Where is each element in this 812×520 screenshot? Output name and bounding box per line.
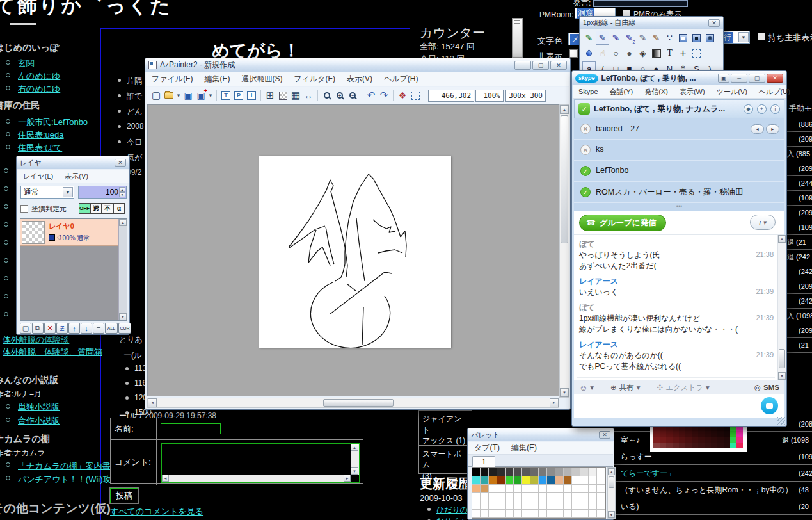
color-swatch[interactable] xyxy=(497,510,506,518)
color-swatch[interactable] xyxy=(673,431,679,437)
color-swatch[interactable] xyxy=(506,493,514,501)
color-swatch[interactable] xyxy=(673,443,679,448)
color-swatch[interactable] xyxy=(481,510,489,518)
color-swatch[interactable] xyxy=(660,437,666,443)
color-swatch[interactable] xyxy=(547,493,555,501)
select-icon[interactable] xyxy=(690,46,703,60)
spray-icon[interactable]: ∵ xyxy=(663,31,676,45)
menu-item[interactable]: 編集(E) xyxy=(506,442,543,454)
color-swatch[interactable] xyxy=(711,443,717,448)
menu-item[interactable]: フィルタ(F) xyxy=(288,73,340,85)
menu-item[interactable]: 選択範囲(S) xyxy=(235,73,288,85)
color-swatch[interactable] xyxy=(497,485,506,493)
color-swatch[interactable] xyxy=(724,437,730,443)
palette-tab[interactable]: 1 xyxy=(472,456,495,467)
info-icon[interactable]: i xyxy=(770,104,780,114)
blend-mode-select[interactable]: 通常 xyxy=(20,186,74,199)
color-swatch[interactable] xyxy=(653,443,660,448)
sidebar-link[interactable]: 体外離脱 体験談、質問箱 xyxy=(3,346,109,359)
color-swatch[interactable] xyxy=(539,493,547,501)
scroll-left-icon[interactable] xyxy=(148,398,157,407)
arrow-icon[interactable]: ▾ xyxy=(175,89,182,102)
sq-soft-icon[interactable] xyxy=(703,31,717,45)
color-swatch[interactable] xyxy=(506,510,514,518)
sidebar-link[interactable]: 体外離脱の体験談 xyxy=(3,334,69,346)
drawing-canvas[interactable] xyxy=(259,156,451,348)
color-swatch[interactable] xyxy=(481,501,489,510)
color-swatch[interactable] xyxy=(597,476,605,485)
compact-view-icon[interactable] xyxy=(718,74,729,83)
color-swatch[interactable] xyxy=(597,510,605,518)
tool-window-titlebar[interactable]: 1px細線 - 自由線 xyxy=(580,17,723,29)
color-swatch[interactable] xyxy=(489,476,497,485)
color-swatch[interactable] xyxy=(481,485,489,493)
color-swatch[interactable] xyxy=(514,476,522,485)
color-swatch[interactable] xyxy=(692,443,698,448)
color-swatch[interactable] xyxy=(589,501,597,510)
paint-icon[interactable]: ❖ xyxy=(396,89,409,102)
text-icon[interactable]: T xyxy=(663,46,676,60)
color-swatch[interactable] xyxy=(564,476,572,485)
close-icon[interactable] xyxy=(599,431,610,439)
color-swatch[interactable] xyxy=(564,485,572,493)
color-swatch[interactable] xyxy=(564,493,572,501)
color-swatch[interactable] xyxy=(580,493,589,501)
comment-textarea[interactable] xyxy=(161,443,360,483)
color-swatch[interactable] xyxy=(489,501,497,510)
color-swatch[interactable] xyxy=(481,476,489,485)
movebox-icon[interactable]: ⊞ xyxy=(264,89,276,102)
layer-merge-button[interactable]: Ƶ xyxy=(56,323,68,334)
palette-scroll-thumb[interactable] xyxy=(609,476,614,488)
color-swatch[interactable] xyxy=(666,437,673,443)
menu-item[interactable]: Skype xyxy=(573,87,604,96)
scroll-up-icon[interactable] xyxy=(778,235,786,243)
new-icon[interactable]: ▢ xyxy=(150,89,163,102)
sidebar-link[interactable]: 合作小説版 xyxy=(18,415,60,427)
circle-dark-icon[interactable]: ● xyxy=(623,46,636,60)
color-swatch[interactable] xyxy=(653,431,660,437)
fill-judge-checkbox[interactable] xyxy=(20,205,28,213)
color-swatch[interactable] xyxy=(597,485,605,493)
layer-up-button[interactable]: ↑ xyxy=(68,323,80,334)
color-swatch[interactable] xyxy=(679,443,685,448)
layer-titlebar[interactable]: レイヤ xyxy=(17,156,129,169)
opacity-field[interactable]: 100 xyxy=(78,186,127,199)
sidebar-link[interactable]: 左のめにゆ xyxy=(18,70,60,82)
color-swatch[interactable] xyxy=(472,476,481,485)
color-swatch[interactable] xyxy=(472,485,481,493)
color-swatch[interactable] xyxy=(472,468,481,476)
vscroll-thumb[interactable] xyxy=(561,115,568,243)
mag-icon[interactable] xyxy=(321,89,333,102)
color-swatch[interactable] xyxy=(580,510,589,518)
color-swatch[interactable] xyxy=(589,476,597,485)
contact-row[interactable]: ✓ROMスカ・バーロー・売る・羅・秘油田 xyxy=(574,182,784,203)
color-swatch[interactable] xyxy=(497,501,506,510)
opacity-stepper[interactable] xyxy=(119,187,125,197)
color-swatch[interactable] xyxy=(679,437,685,443)
layer-down-button[interactable]: ↓ xyxy=(81,323,92,334)
color-swatch[interactable] xyxy=(481,493,489,501)
color-swatch[interactable] xyxy=(530,493,539,501)
color-swatch[interactable] xyxy=(666,443,673,448)
color-swatch[interactable] xyxy=(530,476,539,485)
sidebar-link[interactable]: 一般市民:LefTonbo xyxy=(18,117,88,128)
layer-color-swatch[interactable] xyxy=(49,234,55,241)
messages-scrollbar[interactable] xyxy=(777,235,786,380)
color-swatch[interactable] xyxy=(506,468,514,476)
contact-row[interactable]: ✕baiored－27 xyxy=(574,118,784,140)
color-swatch[interactable] xyxy=(730,437,736,443)
scroll-down-icon[interactable] xyxy=(351,467,358,475)
color-swatch[interactable] xyxy=(539,485,547,493)
color-swatch[interactable] xyxy=(497,476,506,485)
color-swatch[interactable] xyxy=(685,443,692,448)
drop-icon[interactable] xyxy=(582,46,596,60)
color-swatch[interactable] xyxy=(547,501,555,510)
close-icon[interactable] xyxy=(708,19,720,27)
message-input[interactable] xyxy=(574,394,784,418)
color-swatch[interactable] xyxy=(705,443,711,448)
close-icon[interactable] xyxy=(550,61,567,70)
color-swatch[interactable] xyxy=(736,437,743,443)
sidebar-link[interactable]: 住民表:ueda xyxy=(18,129,64,141)
color-swatch[interactable] xyxy=(522,476,530,485)
color-swatch[interactable] xyxy=(653,437,660,443)
